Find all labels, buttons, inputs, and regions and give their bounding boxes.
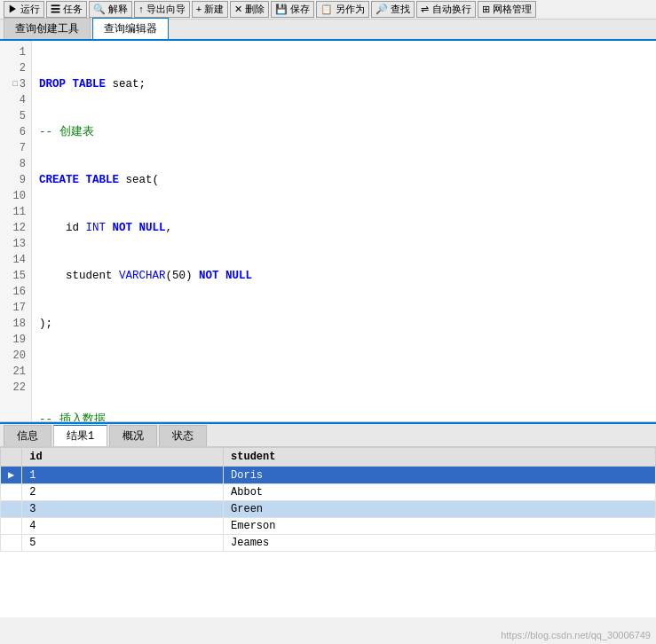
toolbar: ▶ 运行 ☰ 任务 🔍 解释 ↑ 导出向导 + 新建 ✕ 删除 💾 保存 📋 另… xyxy=(0,0,656,20)
cell-student-3: Green xyxy=(224,501,656,518)
results-header: id student xyxy=(1,448,656,467)
row-indicator-2 xyxy=(1,484,22,501)
row-indicator-3 xyxy=(1,501,22,518)
code-line-8: -- 插入数据 xyxy=(39,412,649,422)
row-indicator-5 xyxy=(1,535,22,552)
task-button[interactable]: ☰ 任务 xyxy=(46,1,87,18)
code-line-2: -- 创建表 xyxy=(39,124,649,140)
cell-id-1: 1 xyxy=(22,467,224,484)
line-num-9: 9 xyxy=(0,172,31,188)
cell-student-2: Abbot xyxy=(224,484,656,501)
line-num-18: 18 xyxy=(0,316,31,332)
line-num-4: 4 xyxy=(0,92,31,108)
btab-status[interactable]: 状态 xyxy=(159,425,207,446)
line-num-5: 5 xyxy=(0,108,31,124)
line-num-19: 19 xyxy=(0,332,31,348)
table-row: 5 Jeames xyxy=(1,535,656,552)
bottom-tab-bar: 信息 结果1 概况 状态 xyxy=(0,424,656,447)
cell-id-4: 4 xyxy=(22,518,224,535)
grid-button[interactable]: ⊞ 网格管理 xyxy=(478,1,536,18)
bottom-panel: 信息 结果1 概况 状态 id student ▶ 1 Doris xyxy=(0,422,656,617)
line-num-15: 15 xyxy=(0,268,31,284)
row-indicator-4 xyxy=(1,518,22,535)
line-num-1: 1 xyxy=(0,44,31,60)
new-button[interactable]: + 新建 xyxy=(192,1,228,18)
col-header-student: student xyxy=(224,448,656,467)
wrap-button[interactable]: ⇌ 自动换行 xyxy=(416,1,475,18)
code-line-1: DROP TABLE seat; xyxy=(39,76,649,92)
find-button[interactable]: 🔎 查找 xyxy=(371,1,415,18)
tab-query-create[interactable]: 查询创建工具 xyxy=(4,18,91,39)
line-num-7: 7 xyxy=(0,140,31,156)
line-num-17: 17 xyxy=(0,300,31,316)
cell-id-2: 2 xyxy=(22,484,224,501)
cell-student-4: Emerson xyxy=(224,518,656,535)
results-table: id student ▶ 1 Doris 2 Abbot 3 xyxy=(0,447,656,552)
line-num-13: 13 xyxy=(0,236,31,252)
watermark: https://blog.csdn.net/qq_30006749 xyxy=(501,630,651,640)
row-indicator-header xyxy=(1,448,22,467)
btab-overview[interactable]: 概况 xyxy=(109,425,157,446)
line-num-22: 22 xyxy=(0,380,31,396)
save-button[interactable]: 💾 保存 xyxy=(271,1,314,18)
row-indicator-1: ▶ xyxy=(1,467,22,484)
tab-query-editor[interactable]: 查询编辑器 xyxy=(92,18,169,39)
table-row: 3 Green xyxy=(1,501,656,518)
code-line-3: CREATE TABLE seat( xyxy=(39,172,649,188)
line-num-2: 2 xyxy=(0,60,31,76)
line-num-10: 10 xyxy=(0,188,31,204)
cell-id-3: 3 xyxy=(22,501,224,518)
line-num-11: 11 xyxy=(0,204,31,220)
line-num-3: □3 xyxy=(0,76,31,92)
cell-student-5: Jeames xyxy=(224,535,656,552)
cell-id-5: 5 xyxy=(22,535,224,552)
run-button[interactable]: ▶ 运行 xyxy=(4,1,44,18)
saveas-button[interactable]: 📋 另作为 xyxy=(316,1,369,18)
col-header-id: id xyxy=(22,448,224,467)
code-line-5: student VARCHAR(50) NOT NULL xyxy=(39,268,649,284)
line-num-21: 21 xyxy=(0,364,31,380)
line-num-8: 8 xyxy=(0,156,31,172)
btab-result1[interactable]: 结果1 xyxy=(53,425,107,446)
explain-button[interactable]: 🔍 解释 xyxy=(89,1,132,18)
table-row: 2 Abbot xyxy=(1,484,656,501)
line-num-14: 14 xyxy=(0,252,31,268)
results-area: id student ▶ 1 Doris 2 Abbot 3 xyxy=(0,447,656,617)
cell-student-1: Doris xyxy=(224,467,656,484)
code-line-4: id INT NOT NULL, xyxy=(39,220,649,236)
code-line-6: ); xyxy=(39,316,649,332)
line-num-6: 6 xyxy=(0,124,31,140)
line-num-16: 16 xyxy=(0,284,31,300)
btab-info[interactable]: 信息 xyxy=(4,425,51,446)
export-button[interactable]: ↑ 导出向导 xyxy=(134,1,190,18)
code-line-7 xyxy=(39,364,649,380)
line-num-20: 20 xyxy=(0,348,31,364)
delete-button[interactable]: ✕ 删除 xyxy=(230,1,269,18)
table-row: 4 Emerson xyxy=(1,518,656,535)
line-num-12: 12 xyxy=(0,220,31,236)
editor-tab-bar: 查询创建工具 查询编辑器 xyxy=(0,20,656,41)
code-content[interactable]: DROP TABLE seat; -- 创建表 CREATE TABLE sea… xyxy=(32,41,656,421)
editor-area: 1 2 □3 4 5 6 7 8 9 10 11 12 13 14 15 16 … xyxy=(0,41,656,422)
table-row: ▶ 1 Doris xyxy=(1,467,656,484)
line-numbers: 1 2 □3 4 5 6 7 8 9 10 11 12 13 14 15 16 … xyxy=(0,41,32,421)
